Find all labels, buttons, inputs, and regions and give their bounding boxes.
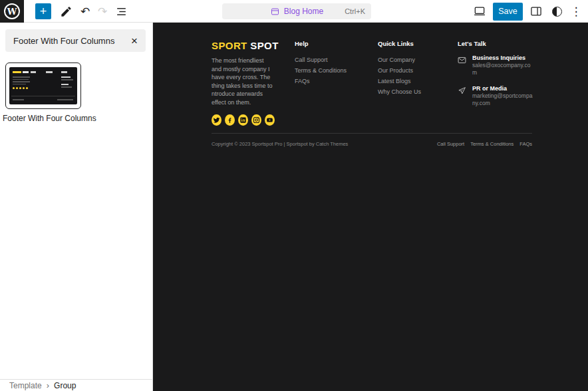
- contact-email[interactable]: sales@oxocompany.com: [472, 62, 534, 76]
- wordpress-icon: W: [4, 3, 20, 19]
- help-link[interactable]: FAQs: [295, 76, 358, 86]
- bottom-link[interactable]: Terms & Conditions: [470, 141, 514, 147]
- editor-canvas: SPORT SPOT The most friendliest and most…: [153, 23, 588, 391]
- logo-part-2: SPOT: [250, 40, 278, 51]
- logo-part-1: SPORT: [212, 40, 247, 51]
- contact-row: Business Inquiries sales@oxocompany.com: [458, 55, 534, 76]
- footer-description: The most friendliest and mostly company …: [212, 57, 275, 107]
- pattern-preview-image: [9, 67, 77, 104]
- plus-icon: +: [40, 4, 47, 19]
- send-icon: [458, 85, 466, 107]
- breadcrumb-group[interactable]: Group: [54, 381, 76, 390]
- help-links: Call Support Terms & Conditions FAQs: [295, 55, 358, 86]
- footer-brand-column: SPORT SPOT The most friendliest and most…: [212, 40, 275, 126]
- document-bar[interactable]: Blog Home Ctrl+K: [222, 3, 371, 19]
- block-inserter-button[interactable]: +: [35, 3, 51, 19]
- bottom-link[interactable]: Call Support: [437, 141, 464, 147]
- list-view-icon: [115, 5, 128, 18]
- twitter-link[interactable]: [212, 114, 221, 126]
- footer-columns: SPORT SPOT The most friendliest and most…: [212, 40, 534, 126]
- styles-contrast-icon: [552, 7, 562, 17]
- facebook-icon: [226, 116, 233, 124]
- breadcrumb-template[interactable]: Template: [9, 381, 42, 390]
- close-panel-button[interactable]: ×: [131, 35, 138, 47]
- command-shortcut: Ctrl+K: [345, 7, 365, 15]
- footer-divider: [212, 133, 532, 134]
- instagram-icon: [253, 116, 260, 124]
- quick-link[interactable]: Latest Blogs: [378, 76, 438, 86]
- options-menu-button[interactable]: ⋮: [570, 5, 582, 19]
- pattern-label: Footer With Four Columns: [3, 114, 96, 123]
- laptop-icon: [473, 5, 486, 18]
- youtube-link[interactable]: [265, 114, 275, 126]
- linkedin-link[interactable]: [238, 114, 248, 126]
- twitter-icon: [213, 116, 220, 124]
- pattern-thumbnail[interactable]: [5, 63, 81, 109]
- redo-button[interactable]: ↷: [95, 4, 110, 19]
- youtube-icon: [266, 116, 273, 124]
- bottom-link[interactable]: FAQs: [519, 141, 532, 147]
- lets-talk-heading: Let's Talk: [458, 40, 534, 47]
- document-overview-button[interactable]: [114, 4, 128, 19]
- quick-link[interactable]: Our Company: [378, 55, 438, 65]
- footer-quicklinks-column: Quick Links Our Company Our Products Lat…: [378, 40, 438, 126]
- settings-sidebar-button[interactable]: [529, 4, 543, 19]
- footer-help-column: Help Call Support Terms & Conditions FAQ…: [295, 40, 358, 126]
- pencil-icon: [60, 5, 73, 18]
- footer-bottom-links: Call Support Terms & Conditions FAQs: [437, 141, 532, 147]
- linkedin-icon: [239, 116, 247, 124]
- envelope-icon: [458, 55, 466, 76]
- editor-top-bar: W + ↶ ↷ Blog Home Ctrl+K: [0, 0, 588, 23]
- contact-row: PR or Media marketing@sportcompany.com: [458, 85, 534, 107]
- wordpress-logo-button[interactable]: W: [0, 0, 24, 23]
- undo-button[interactable]: ↶: [78, 4, 92, 19]
- undo-icon: ↶: [80, 5, 90, 19]
- help-heading: Help: [295, 40, 358, 47]
- site-logo[interactable]: SPORT SPOT: [212, 40, 275, 51]
- footer-bottom-bar: Copyright © 2023 Sportspot Pro | Sportsp…: [212, 141, 532, 147]
- tools-button[interactable]: [59, 4, 73, 19]
- contact-label: Business Inquiries: [472, 55, 534, 62]
- pattern-sidebar: Footer With Four Columns ×: [0, 23, 153, 391]
- quick-links-heading: Quick Links: [378, 40, 438, 47]
- contact-email[interactable]: marketing@sportcompany.com: [472, 92, 534, 107]
- contact-label: PR or Media: [472, 85, 534, 92]
- facebook-link[interactable]: [225, 114, 235, 126]
- social-links: [212, 114, 275, 126]
- styles-button[interactable]: [549, 4, 564, 19]
- chevron-right-icon: ›: [47, 380, 49, 390]
- template-icon: [270, 7, 280, 17]
- quick-link[interactable]: Why Choose Us: [378, 86, 438, 97]
- quick-links: Our Company Our Products Latest Blogs Wh…: [378, 55, 438, 97]
- breadcrumb: Template › Group: [0, 379, 152, 391]
- help-link[interactable]: Call Support: [295, 55, 358, 65]
- pattern-panel-header: Footer With Four Columns ×: [5, 29, 146, 52]
- view-button[interactable]: [472, 4, 487, 19]
- redo-icon: ↷: [98, 5, 107, 19]
- close-icon: ×: [131, 35, 138, 47]
- save-button[interactable]: Save: [493, 3, 523, 21]
- sidebar-panel-icon: [529, 5, 543, 18]
- panel-title: Footer With Four Columns: [13, 36, 131, 46]
- copyright-text: Copyright © 2023 Sportspot Pro | Sportsp…: [212, 141, 348, 147]
- quick-link[interactable]: Our Products: [378, 65, 438, 76]
- document-title: Blog Home: [284, 7, 323, 16]
- kebab-icon: ⋮: [571, 5, 582, 18]
- help-link[interactable]: Terms & Conditions: [295, 65, 358, 76]
- top-bar-right-tools: Save ⋮: [472, 0, 582, 23]
- instagram-link[interactable]: [251, 114, 261, 126]
- footer-contact-column: Let's Talk Business Inquiries sales@oxoc…: [458, 40, 534, 126]
